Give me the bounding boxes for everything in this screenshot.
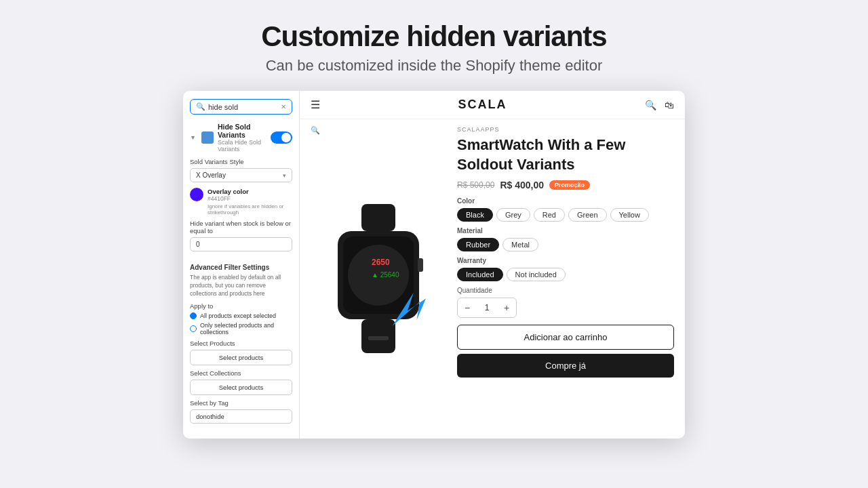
add-to-cart-button[interactable]: Adicionar ao carrinho [457,325,674,350]
old-price: R$ 500,00 [457,180,494,190]
store-header: ☰ SCALA 🔍 🛍 [300,91,685,119]
apply-to-label: Apply to [190,302,292,310]
color-swatch[interactable] [190,188,203,201]
quantity-decrease-button[interactable]: − [458,298,477,317]
store-icons: 🔍 🛍 [645,100,674,110]
warranty-label: Warranty [457,257,674,264]
radio-only-selected[interactable]: Only selected products and collections [190,322,292,336]
page-subtitle: Can be customized inside the Shopify the… [261,57,606,75]
radio-all-except-label: All products except selected [200,312,276,319]
section-name: Hide Sold Variants [218,123,267,139]
product-details: SCALAAPPS SmartWatch With a Few Soldout … [457,126,674,432]
overlay-color-label: Overlay color [208,188,292,195]
material-label: Material [457,227,674,235]
search-store-icon[interactable]: 🔍 [645,100,656,110]
color-grey-btn[interactable]: Grey [496,208,530,222]
advanced-filter-heading: Advanced Filter Settings [190,264,292,271]
apply-to-radio-group: All products except selected Only select… [190,312,292,336]
store-body: 🔍 2650 ▲ 25640 [300,119,685,439]
color-yellow-btn[interactable]: Yellow [610,208,649,222]
svg-text:2650: 2650 [372,258,390,267]
search-input[interactable] [208,103,281,111]
product-image: 2650 ▲ 25640 [317,197,439,360]
overlay-color-hex: #4410FF [208,195,292,202]
warranty-not-included-btn[interactable]: Not included [507,268,566,281]
stock-threshold-label: Hide variant when stock is below or equa… [190,220,292,235]
section-subtitle: Scala Hide Sold Variants [218,139,267,152]
warranty-variants: Included Not included [457,268,674,281]
svg-text:▲ 25640: ▲ 25640 [372,271,399,279]
overlay-color-note: Ignore if variables are hidden or strike… [208,203,292,216]
svg-rect-0 [361,204,395,231]
color-black-btn[interactable]: Black [457,208,493,222]
section-title-wrap: Hide Sold Variants Scala Hide Sold Varia… [218,123,267,152]
overlay-color-row: Overlay color #4410FF Ignore if variable… [190,188,292,216]
quantity-increase-button[interactable]: + [497,298,516,317]
brand-name: SCALAAPPS [457,126,674,133]
product-title: SmartWatch With a Few Soldout Variants [457,136,674,174]
section-icon [201,131,214,144]
color-label: Color [457,197,674,205]
sold-style-label: Sold Variants Style [190,158,292,165]
hide-sold-toggle[interactable] [271,131,292,144]
stock-threshold-input[interactable] [190,237,292,251]
svg-rect-8 [368,336,389,340]
buy-now-button[interactable]: Compre já [457,354,674,378]
color-info: Overlay color #4410FF Ignore if variable… [208,188,292,216]
material-variants: Rubber Metal [457,238,674,251]
style-select-value: X Overlay [196,171,226,179]
select-collections-button[interactable]: Select products [190,380,292,395]
select-products-label: Select Products [190,340,292,347]
advanced-filter-section: Advanced Filter Settings The app is enab… [190,264,292,424]
warranty-included-btn[interactable]: Included [457,268,503,281]
select-products-button[interactable]: Select products [190,350,292,365]
hide-sold-variants-section: ▼ Hide Sold Variants Scala Hide Sold Var… [190,123,292,257]
radio-empty-icon [190,325,197,332]
radio-all-except[interactable]: All products except selected [190,312,292,319]
radio-selected-icon [190,312,197,319]
search-bar[interactable]: 🔍 ✕ [190,99,292,115]
collapse-icon[interactable]: ▼ [190,134,196,141]
select-tag-label: Select by Tag [190,399,292,407]
quantity-row: − 1 + [457,298,517,318]
radio-only-selected-label: Only selected products and collections [200,322,292,336]
store-logo: SCALA [458,98,507,112]
page-title: Customize hidden variants [261,20,606,53]
material-rubber-btn[interactable]: Rubber [457,238,499,251]
quantity-label: Quantidade [457,287,674,294]
material-metal-btn[interactable]: Metal [502,238,538,251]
search-icon: 🔍 [196,102,205,111]
price-row: R$ 500,00 R$ 400,00 Promoção [457,180,674,190]
chevron-down-icon: ▾ [283,172,286,179]
tag-input[interactable] [190,409,292,424]
menu-icon[interactable]: ☰ [311,98,320,111]
color-red-btn[interactable]: Red [534,208,565,222]
promo-badge: Promoção [549,180,590,190]
clear-search-icon[interactable]: ✕ [281,103,286,110]
quantity-value: 1 [477,303,497,312]
svg-rect-6 [418,258,423,272]
color-variants: Black Grey Red Green Yellow [457,208,674,222]
cart-icon[interactable]: 🛍 [665,100,674,110]
color-green-btn[interactable]: Green [568,208,607,222]
browser-window: 🔍 ✕ ▼ Hide Sold Variants Scala Hide Sold… [183,91,685,439]
product-image-container: 🔍 2650 ▲ 25640 [311,126,446,432]
page-header: Customize hidden variants Can be customi… [261,20,606,75]
zoom-icon[interactable]: 🔍 [311,126,320,135]
select-collections-label: Select Collections [190,369,292,377]
style-select[interactable]: X Overlay ▾ [190,168,292,182]
new-price: R$ 400,00 [500,180,544,190]
advanced-filter-description: The app is enabled by default on all pro… [190,274,292,298]
left-panel: 🔍 ✕ ▼ Hide Sold Variants Scala Hide Sold… [183,91,300,439]
right-panel: ☰ SCALA 🔍 🛍 🔍 [300,91,685,439]
